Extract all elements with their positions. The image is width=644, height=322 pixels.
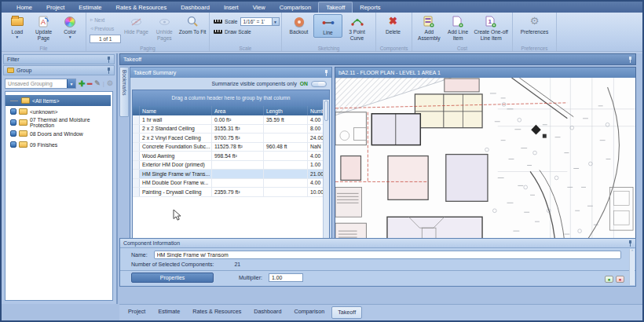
three-point-curve-button[interactable]: 3 Point Curve (342, 14, 371, 42)
view-tab-comparison[interactable]: Comparison (288, 306, 330, 317)
takeoff-summary-header[interactable]: Takeoff Summary (130, 68, 331, 78)
tree-item-finishes[interactable]: 09 Finishes (5, 139, 112, 150)
component-information-panel: Component Information Name: Number of Se… (119, 238, 636, 287)
pin-icon[interactable] (107, 68, 111, 74)
zoom-to-fit-button[interactable]: Zoom To Fit (178, 14, 207, 36)
preferences-button[interactable]: ⚙ Preferences (515, 14, 554, 36)
tab-view[interactable]: View (246, 2, 273, 13)
component-information-header[interactable]: Component Information (120, 239, 635, 248)
pin-icon[interactable] (628, 240, 632, 247)
pin-icon[interactable] (628, 57, 632, 63)
hide-eye-icon (130, 15, 142, 28)
table-row[interactable]: Wood Awning998.54 ft²4.00 (133, 152, 329, 161)
tree-item-all-items[interactable]: <All Items> (5, 95, 111, 106)
bookmarks-tab[interactable]: Bookmarks (119, 67, 129, 117)
table-row[interactable]: 1 hr wall0.00 ft²35.59 ft4.00 (133, 115, 329, 125)
component-panel-scrollbar[interactable]: ⌃ (629, 249, 635, 285)
toggle-state-label: ON (300, 81, 308, 86)
next-page-button[interactable]: ▹Next (89, 16, 123, 24)
folder-icon (19, 130, 27, 137)
previous-page-button[interactable]: ◃Previous (89, 24, 123, 32)
line-item-page-icon (452, 15, 463, 28)
page-indicator[interactable]: 1 of 1 (90, 35, 121, 43)
group-tree: <All Items> <unknown> 07 Thermal and Moi… (5, 91, 113, 301)
summarize-toggle[interactable] (311, 81, 327, 87)
curve-tool-icon (351, 15, 364, 28)
tab-dashboard[interactable]: Dashboard (174, 2, 217, 13)
ribbon-tab-bar: Home Project Estimate Rates & Resources … (2, 2, 642, 13)
tab-home[interactable]: Home (9, 2, 39, 13)
apply-button[interactable]: ● (605, 276, 613, 283)
ribbon-group-sketching: Backout Line 3 Point Curve Sketching (282, 13, 376, 51)
color-button[interactable]: Color▼ (57, 14, 83, 40)
delete-button[interactable]: ✖ Delete (379, 14, 408, 36)
column-header-name[interactable]: Name (140, 106, 212, 115)
column-header-length[interactable]: Length (264, 106, 308, 115)
tab-comparison[interactable]: Comparison (273, 2, 318, 13)
takeoff-summary-panel: Takeoff Summary Summarize visible compon… (130, 67, 332, 249)
create-one-off-line-item-button[interactable]: 1 Create One-off Line Item (472, 14, 510, 42)
pin-icon[interactable] (107, 57, 111, 63)
tab-takeoff[interactable]: Takeoff (318, 2, 353, 13)
grouping-toolbar: Unsaved Grouping▼ ✚ ━ ✎ | ⚙ (3, 76, 115, 91)
magnifier-icon (187, 15, 199, 28)
table-row-selected[interactable]: HM Single Frame w/ Trans...21.00 (133, 170, 329, 179)
filter-header[interactable]: Filter (3, 54, 115, 64)
group-header[interactable]: Group (3, 65, 115, 75)
table-row[interactable]: Concrete Foundation Subc...11525.78 ft²9… (133, 143, 329, 152)
floor-plan-canvas[interactable] (335, 78, 635, 256)
gear-icon: ⚙ (530, 15, 540, 28)
hide-page-button[interactable]: Hide Page (123, 14, 151, 36)
tab-reports[interactable]: Reports (353, 2, 387, 13)
takeoff-dock-header[interactable]: Takeoff (119, 53, 636, 65)
tree-item-unknown[interactable]: <unknown> (5, 106, 112, 117)
color-wheel-icon (64, 15, 75, 28)
table-row[interactable]: Exterior HM Door (primed)1.00 (133, 161, 329, 170)
table-row[interactable]: Painting - Drywall Ceiling2359.79 ft²10.… (133, 188, 329, 197)
table-row[interactable]: HM Double Door Frame w...4.00 (133, 179, 329, 188)
view-tab-takeoff[interactable]: Takeoff (331, 306, 362, 319)
view-tab-estimate[interactable]: Estimate (152, 306, 185, 317)
group-by-hint[interactable]: Drag a column header here to group by th… (133, 90, 329, 106)
line-tool-button[interactable]: Line (313, 14, 342, 38)
vertical-scrollbar[interactable] (323, 100, 329, 240)
view-tab-rates-resources[interactable]: Rates & Resources (187, 306, 247, 317)
add-assembly-button[interactable]: Add Assembly (415, 14, 444, 42)
multiplier-input[interactable] (269, 273, 303, 282)
tree-item-thermal[interactable]: 07 Thermal and Moisture Protection (5, 117, 112, 128)
remove-group-button[interactable]: ━ (87, 80, 92, 88)
pin-icon[interactable] (324, 70, 328, 76)
draw-scale-button[interactable]: Draw Scale (214, 29, 280, 35)
unhide-pages-button[interactable]: Unhide Pages (150, 14, 178, 42)
group-settings-button[interactable]: ⚙ (107, 80, 113, 87)
component-name-input[interactable] (154, 251, 621, 259)
tab-project[interactable]: Project (39, 2, 71, 13)
unhide-eye-icon (159, 15, 170, 28)
edit-group-button[interactable]: ✎ (94, 80, 101, 87)
grouping-dropdown[interactable]: Unsaved Grouping▼ (5, 79, 76, 89)
tab-insert[interactable]: Insert (217, 2, 246, 13)
view-tab-project[interactable]: Project (123, 306, 151, 317)
layer-icon (10, 130, 16, 137)
ribbon-group-preferences: ⚙ Preferences Preferences (513, 13, 557, 51)
folder-icon (21, 97, 30, 104)
table-row[interactable]: 2 x 2 Vinyl Faced Ceiling9700.75 ft²24.0… (133, 134, 329, 143)
tab-estimate[interactable]: Estimate (71, 2, 108, 13)
update-page-button[interactable]: A Update Page (31, 14, 57, 42)
backout-button[interactable]: Backout (284, 14, 313, 36)
tree-item-doors-window[interactable]: 08 Doors and Window (5, 128, 112, 139)
ribbon: Load▼ A Update Page Color▼ File ▹Next ◃P… (2, 13, 642, 52)
properties-button[interactable]: Properties (131, 273, 214, 283)
add-line-item-button[interactable]: Add Line Item (444, 14, 473, 42)
plan-title-bar[interactable]: bA2.11 - FLOOR PLAN - LEVEL 1 AREA 1 (335, 68, 635, 78)
tab-rates-resources[interactable]: Rates & Resources (109, 2, 174, 13)
load-button[interactable]: Load▼ (4, 14, 31, 40)
folder-icon (19, 141, 27, 148)
next-icon: ▹ (90, 16, 93, 23)
scale-dropdown[interactable]: 1/16" = 1'▼ (240, 17, 280, 26)
view-tab-dashboard[interactable]: Dashboard (248, 306, 287, 317)
column-header-area[interactable]: Area (212, 106, 264, 115)
table-row[interactable]: 2 x 2 Standard Ceiling3155.31 ft²8.00 (133, 125, 329, 134)
cancel-button[interactable]: ● (616, 276, 624, 283)
add-group-button[interactable]: ✚ (79, 80, 85, 88)
